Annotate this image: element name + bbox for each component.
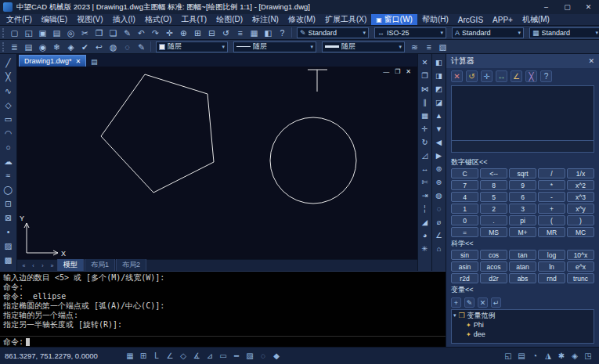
undo-icon[interactable]: ↶ <box>135 27 148 39</box>
plot-style-icon[interactable]: ▧ <box>436 41 449 53</box>
toolbar-grip[interactable] <box>2 42 5 52</box>
delete-variable-icon[interactable]: ✕ <box>478 297 488 308</box>
match-properties-icon[interactable]: ✎ <box>121 27 134 39</box>
get-coordinates-icon[interactable]: ✛ <box>481 70 493 82</box>
rectangle-tool-icon[interactable]: ▭ <box>2 113 15 125</box>
prev-tab-button[interactable]: ‹ <box>29 263 38 268</box>
plot-preview-icon[interactable]: ◎ <box>64 27 78 39</box>
calc-key[interactable]: x^y <box>567 204 594 214</box>
menu-item[interactable]: 视图(V) <box>72 14 107 25</box>
distance-icon[interactable]: ↔ <box>496 70 507 82</box>
calc-key[interactable]: 0 <box>451 215 478 225</box>
menu-item[interactable]: APP+ <box>488 14 518 25</box>
calc-key[interactable]: - <box>538 192 565 202</box>
scale-icon[interactable]: ◿ <box>419 150 431 161</box>
return-value-icon[interactable]: ↵ <box>491 297 501 308</box>
polygon-tool-icon[interactable]: ◇ <box>2 99 15 111</box>
view-right-icon[interactable]: ▶ <box>433 150 446 161</box>
calc-sci-key[interactable]: ln <box>538 261 565 272</box>
calc-key[interactable]: 4 <box>451 192 478 202</box>
current-style-combo[interactable]: ✎ Standard ▾ <box>297 27 369 38</box>
pentagon-entity[interactable] <box>101 74 214 193</box>
calc-sci-key[interactable]: sin <box>451 250 478 260</box>
menu-item[interactable]: 扩展工具(X) <box>320 14 371 25</box>
polar-toggle[interactable]: ∠ <box>164 350 176 362</box>
fullscreen-button[interactable]: ◳ <box>582 350 594 362</box>
ucs-y-label[interactable]: Y <box>20 214 24 222</box>
edit-variable-icon[interactable]: ✎ <box>464 297 475 308</box>
calc-key[interactable]: + <box>538 204 565 214</box>
menu-item[interactable]: 工具(T) <box>176 14 211 25</box>
calc-sci-key[interactable]: e^x <box>567 261 594 272</box>
ortho-toggle[interactable]: L <box>150 350 163 362</box>
send-under-icon[interactable]: ◪ <box>433 96 446 108</box>
match-layer-icon[interactable]: ✎ <box>135 41 148 53</box>
rotate-icon[interactable]: ↻ <box>419 136 431 148</box>
linetype-combo[interactable]: 随层 ▾ <box>233 41 316 52</box>
calc-sci-key[interactable]: abs <box>509 273 536 283</box>
calc-sci-key[interactable]: asin <box>451 261 478 272</box>
calculator-input[interactable] <box>452 140 594 152</box>
home-view-icon[interactable]: ⌂ <box>433 243 446 254</box>
lineweight-combo[interactable]: 随层 ▾ <box>322 41 405 52</box>
explode-icon[interactable]: ✳ <box>419 243 431 254</box>
calc-sci-key[interactable]: rnd <box>538 273 565 283</box>
calc-key[interactable]: 3 <box>509 204 536 214</box>
erase-icon[interactable]: ✕ <box>419 56 431 68</box>
fillet-icon[interactable]: ◕ <box>419 229 431 241</box>
pan-icon[interactable]: ✛ <box>163 27 176 39</box>
lineweight-settings-icon[interactable]: ≡ <box>422 41 435 53</box>
calculator-close-icon[interactable]: ✕ <box>588 57 594 65</box>
zoom-realtime-icon[interactable]: ⊕ <box>177 27 190 39</box>
annotation-auto-button[interactable]: ◮ <box>542 350 554 362</box>
menu-item[interactable]: 标注(N) <box>247 14 283 25</box>
arc-tool-icon[interactable]: ◠ <box>2 127 15 139</box>
last-tab-button[interactable]: » <box>48 263 56 268</box>
spline-tool-icon[interactable]: ≈ <box>2 169 15 182</box>
calc-sci-key[interactable]: atan <box>509 261 536 272</box>
view-top-icon[interactable]: ▲ <box>433 110 446 121</box>
make-block-icon[interactable]: ⊠ <box>2 211 15 224</box>
layer-properties-icon[interactable]: ≣ <box>8 41 21 53</box>
snap-toggle[interactable]: ▦ <box>124 350 136 362</box>
view-left-icon[interactable]: ◀ <box>433 136 446 148</box>
calc-key[interactable]: 1 <box>451 204 478 214</box>
layer-walk-icon[interactable]: ◌ <box>121 41 134 53</box>
grid-toggle[interactable]: ⊞ <box>137 350 150 362</box>
help-icon[interactable]: ? <box>540 70 552 82</box>
menu-item[interactable]: 格式(O) <box>140 14 176 25</box>
calc-sci-key[interactable]: cos <box>480 250 507 260</box>
ui-lock-button[interactable]: ◈ <box>568 350 581 362</box>
variables-section-label[interactable]: 变量<< <box>446 283 599 296</box>
menu-item[interactable]: 编辑(E) <box>37 14 72 25</box>
first-tab-button[interactable]: « <box>20 263 28 268</box>
calc-key[interactable]: M+ <box>509 227 536 237</box>
calc-sci-key[interactable]: d2r <box>480 273 507 283</box>
scientific-section-label[interactable]: 科学<< <box>446 237 599 250</box>
ucs-x-label[interactable]: X <box>61 250 66 258</box>
copy-object-icon[interactable]: ❐ <box>419 70 431 81</box>
calc-sci-key[interactable]: trunc <box>567 273 594 283</box>
menu-item[interactable]: 插入(I) <box>107 14 139 25</box>
calc-key[interactable]: . <box>480 215 507 225</box>
calc-sci-key[interactable]: r2d <box>451 273 478 283</box>
xline-tool-icon[interactable]: ╳ <box>2 70 15 83</box>
transparency-toggle[interactable]: ▨ <box>244 350 256 362</box>
otrack-toggle[interactable]: ∡ <box>190 350 203 362</box>
render-icon[interactable]: ◍ <box>433 189 446 201</box>
variables-folder[interactable]: ▾ ❒ 变量范例 <box>453 311 592 320</box>
chamfer-icon[interactable]: ◢ <box>419 216 431 228</box>
drawing-canvas[interactable]: XY — ❐ ✕ <box>17 67 417 259</box>
copy-icon[interactable]: ❐ <box>92 27 106 39</box>
calc-key[interactable]: 8 <box>480 180 507 190</box>
calc-key[interactable]: ) <box>567 215 594 225</box>
send-to-back-icon[interactable]: ◨ <box>433 70 446 81</box>
layout-tab[interactable]: 布局1 <box>85 259 115 272</box>
table-style-combo[interactable]: ▦ Standard ▾ <box>529 27 599 38</box>
osnap-toggle[interactable]: ◇ <box>177 350 189 362</box>
lineweight-toggle[interactable]: ━ <box>230 350 243 362</box>
doc-minimize-button[interactable]: — <box>383 68 389 75</box>
layer-isolate-icon[interactable]: ◍ <box>106 41 120 53</box>
insert-block-icon[interactable]: ⊡ <box>2 197 15 210</box>
named-views-icon[interactable]: ⊚ <box>433 163 446 175</box>
